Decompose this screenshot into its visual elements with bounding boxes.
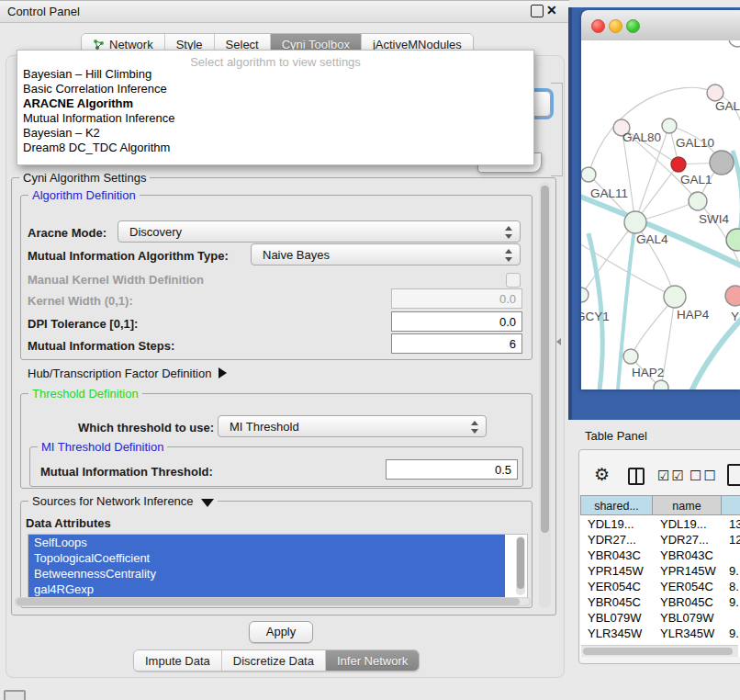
which-threshold-value: MI Threshold [230, 420, 299, 434]
scrollbar-thumb[interactable] [517, 537, 524, 589]
table-cell[interactable]: YBR045C [653, 594, 722, 610]
attribute-item[interactable]: gal4RGexp [28, 581, 505, 597]
scrollbar-thumb[interactable] [541, 186, 549, 533]
node-table[interactable]: shared...nameAYDL19...YDL19...13YDR27...… [580, 495, 740, 657]
network-node[interactable] [581, 167, 596, 182]
scrollbar-thumb[interactable] [583, 648, 733, 655]
sources-group-title[interactable]: Sources for Network Inference [28, 494, 218, 508]
table-cell[interactable]: YDR27... [580, 532, 653, 548]
table-cell[interactable] [722, 548, 740, 563]
table-cell[interactable]: YLR345W [653, 626, 722, 641]
attributes-scrollbar[interactable] [516, 536, 525, 595]
mi-steps-input[interactable] [391, 333, 522, 354]
cyni-settings-title: Cyni Algorithm Settings [19, 171, 150, 185]
network-node[interactable] [581, 288, 589, 302]
network-node[interactable] [623, 349, 638, 364]
settings-hscrollbar[interactable] [15, 597, 531, 606]
column-header[interactable]: shared... [580, 495, 653, 515]
minimize-traffic-light-icon[interactable] [609, 19, 622, 33]
network-edge-thick[interactable] [618, 222, 635, 390]
network-edge-thick[interactable] [691, 316, 740, 390]
table-cell[interactable]: 9. [722, 563, 740, 579]
table-cell[interactable]: 13 [722, 516, 740, 532]
network-canvas[interactable]: GAL7GAL80GAL10GAL1GAL11SWI4GAL4GCY1HAP4Y… [581, 40, 740, 390]
table-cell[interactable]: 8. [722, 579, 740, 594]
network-node[interactable] [662, 119, 677, 133]
network-node[interactable] [671, 157, 686, 172]
table-cell[interactable]: YBL079W [653, 610, 722, 626]
table-cell[interactable]: YPR145W [580, 563, 653, 579]
float-window-icon[interactable] [531, 5, 544, 17]
algorithm-option[interactable]: Basic Correlation Inference [23, 82, 167, 96]
table-cell[interactable] [722, 610, 740, 626]
hub-definition-expander[interactable]: Hub/Transcription Factor Definition [28, 367, 227, 380]
network-node[interactable] [624, 211, 646, 233]
algorithm-option[interactable]: Dream8 DC_TDC Algorithm [23, 141, 170, 155]
network-node[interactable] [710, 151, 734, 175]
mi-threshold-input[interactable] [386, 459, 518, 480]
network-node[interactable] [654, 380, 668, 390]
select-all-checkboxes-icon[interactable]: ☑☑ [657, 468, 686, 484]
data-attributes-list[interactable]: SelfLoopsTopologicalCoefficientBetweenne… [28, 534, 528, 600]
algorithm-option[interactable]: ARACNE Algorithm [23, 96, 133, 111]
application-window: Control Panel ✕ NetworkStyleSelectCyni T… [0, 0, 740, 700]
table-hscrollbar[interactable] [581, 645, 738, 657]
network-node[interactable] [725, 286, 740, 306]
network-window[interactable]: GAL7GAL80GAL10GAL1GAL11SWI4GAL4GCY1HAP4Y… [581, 10, 740, 390]
desktop-edge [568, 7, 572, 420]
algorithm-option[interactable]: Bayesian – K2 [23, 126, 100, 141]
control-panel-titlebar: Control Panel ✕ [0, 0, 569, 23]
table-cell[interactable]: YBL079W [580, 610, 653, 626]
table-cell[interactable]: YPR145W [653, 563, 722, 579]
network-node[interactable] [726, 229, 740, 251]
table-cell[interactable]: YBR045C [580, 594, 653, 610]
table-cell[interactable]: YLR345W [580, 626, 653, 641]
network-node[interactable] [689, 192, 707, 210]
attribute-item[interactable]: BetweennessCentrality [28, 566, 505, 581]
network-node[interactable] [664, 286, 686, 308]
network-window-titlebar[interactable] [581, 10, 740, 41]
close-traffic-light-icon[interactable] [591, 19, 605, 33]
table-cell[interactable]: YDR27... [653, 532, 722, 548]
aracne-mode-select[interactable]: Discovery [118, 220, 521, 243]
column-chooser-icon[interactable] [628, 468, 645, 485]
table-cell[interactable]: 9. [722, 594, 740, 610]
mi-type-select[interactable]: Naive Bayes [251, 243, 521, 265]
table-cell[interactable]: 9. [722, 626, 740, 641]
kernel-width-input[interactable] [391, 288, 522, 309]
network-edge-thick[interactable] [581, 195, 740, 268]
mi-threshold-group-title: MI Threshold Definition [38, 440, 167, 454]
aracne-mode-label: Aracne Mode: [28, 226, 107, 240]
gear-icon[interactable]: ⚙ [594, 464, 610, 485]
table-cell[interactable]: YER054C [653, 579, 722, 594]
table-cell[interactable]: YBR043C [580, 548, 653, 563]
close-icon[interactable]: ✕ [546, 3, 557, 17]
attribute-item[interactable]: SelfLoops [28, 535, 505, 550]
export-table-icon[interactable] [727, 464, 740, 486]
scrollbar-thumb[interactable] [17, 598, 520, 605]
table-cell[interactable]: YDL19... [580, 516, 653, 532]
which-threshold-select[interactable]: MI Threshold [218, 415, 487, 437]
algorithm-option[interactable]: Mutual Information Inference [23, 111, 174, 126]
table-panel-title: Table Panel [585, 429, 647, 443]
zoom-traffic-light-icon[interactable] [626, 19, 640, 33]
attribute-item[interactable]: TopologicalCoefficient [28, 550, 505, 566]
deselect-all-checkboxes-icon[interactable]: ☐☐ [690, 468, 718, 484]
column-header[interactable]: A [722, 495, 740, 515]
minimized-panel-button[interactable] [4, 690, 26, 700]
tab-discretize-data[interactable]: Discretize Data [222, 650, 326, 671]
dpi-tolerance-input[interactable] [391, 311, 522, 332]
network-node[interactable] [729, 40, 740, 47]
manual-kernel-checkbox[interactable] [506, 273, 521, 288]
table-cell[interactable]: YER054C [580, 579, 653, 594]
table-cell[interactable]: YBR043C [653, 548, 722, 563]
table-cell[interactable]: YDL19... [653, 516, 722, 532]
tab-impute-data[interactable]: Impute Data [134, 650, 222, 671]
apply-button[interactable]: Apply [249, 621, 313, 643]
table-cell[interactable]: 12 [722, 532, 740, 548]
tab-infer-network[interactable]: Infer Network [326, 650, 419, 671]
splitter-collapse-icon[interactable] [556, 338, 561, 345]
settings-vscrollbar[interactable] [539, 182, 551, 608]
column-header[interactable]: name [653, 495, 722, 515]
algorithm-option[interactable]: Bayesian – Hill Climbing [23, 67, 151, 82]
